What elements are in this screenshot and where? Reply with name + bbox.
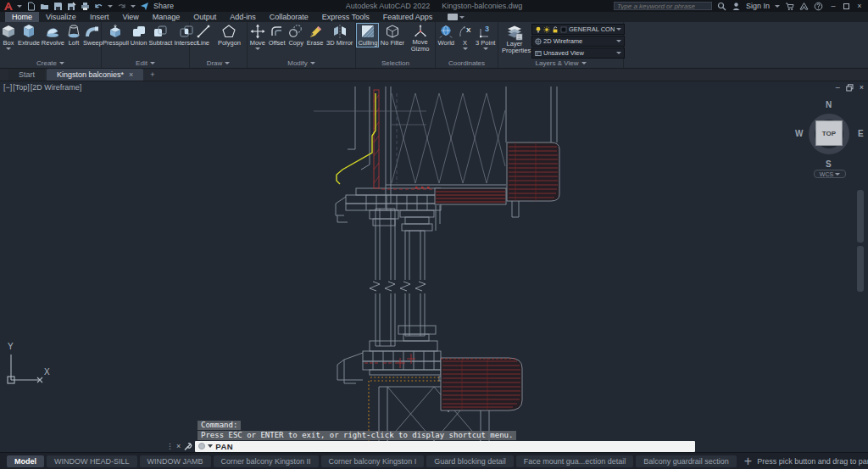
- app-store-cart-icon[interactable]: [785, 2, 794, 11]
- view-dropdown[interactable]: Unsaved View: [531, 47, 625, 59]
- panel-draw-label[interactable]: Draw: [190, 59, 247, 68]
- ribbon-display-toggle[interactable]: [448, 12, 465, 22]
- minimize-button[interactable]: –: [828, 2, 838, 10]
- navigation-bar-segment-2[interactable]: [857, 246, 864, 292]
- viewport-view-control[interactable]: [Top]: [13, 83, 30, 92]
- autocad-logo-icon[interactable]: [3, 2, 13, 11]
- extrude-button[interactable]: Extrude: [17, 24, 41, 47]
- view-dropdown-caret-icon[interactable]: [616, 52, 621, 54]
- move-button[interactable]: Move: [249, 24, 266, 50]
- panel-create-label[interactable]: Create: [0, 59, 101, 68]
- wcs-menu[interactable]: WCS: [814, 170, 846, 178]
- layer-properties-button[interactable]: Layer Properties: [501, 24, 528, 54]
- layout-tab-face-mount-guard-section-detail[interactable]: Face mount gua...ection detail: [516, 455, 634, 467]
- visual-style-caret-icon[interactable]: [616, 40, 621, 42]
- line-button[interactable]: Line: [195, 24, 212, 47]
- autodesk-account-icon[interactable]: [799, 2, 809, 11]
- ribbon-tab-manage[interactable]: Manage: [146, 12, 187, 22]
- qat-customize-caret-icon[interactable]: [131, 5, 136, 8]
- viewport-style-control[interactable]: [2D Wireframe]: [31, 83, 82, 92]
- layer-dropdown-caret-icon[interactable]: [616, 28, 621, 31]
- drawing-minimize-button[interactable]: –: [836, 83, 840, 92]
- new-file-icon[interactable]: [26, 2, 36, 11]
- no-filter-button[interactable]: No Filter: [380, 24, 405, 47]
- share-button[interactable]: Share: [153, 2, 174, 10]
- culling-button[interactable]: Culling: [357, 24, 378, 47]
- sign-in-caret-icon[interactable]: [775, 5, 780, 8]
- save-icon[interactable]: [53, 2, 63, 11]
- viewcube-north[interactable]: N: [826, 100, 832, 109]
- presspull-button[interactable]: Presspull: [102, 24, 130, 47]
- union-button[interactable]: Union: [130, 24, 148, 47]
- ribbon-tab-visualize[interactable]: Visualize: [39, 12, 83, 22]
- layer-unlock-icon[interactable]: [552, 26, 559, 33]
- drawing-area[interactable]: [−][Top][2D Wireframe] – ×: [0, 81, 868, 452]
- revolve-button[interactable]: Revolve: [41, 24, 65, 47]
- save-as-icon[interactable]: [67, 2, 76, 11]
- panel-modify-label[interactable]: Modify: [248, 59, 355, 68]
- maximize-button[interactable]: [843, 3, 849, 9]
- recent-commands-icon[interactable]: [198, 443, 205, 449]
- layer-freeze-sun-icon[interactable]: [543, 26, 550, 33]
- layout-tab-window-jamb[interactable]: WINDOW JAMB: [140, 455, 211, 467]
- move-gizmo-button[interactable]: Move Gizmo: [407, 24, 434, 53]
- ribbon-tab-addins[interactable]: Add-ins: [223, 12, 263, 22]
- ribbon-tab-featured-apps[interactable]: Featured Apps: [376, 12, 440, 22]
- loft-button[interactable]: Loft: [65, 24, 82, 47]
- ribbon-tab-output[interactable]: Output: [186, 12, 223, 22]
- command-bar-close-icon[interactable]: ×: [176, 442, 181, 450]
- sweep-button[interactable]: Sweep: [82, 24, 103, 47]
- search-icon[interactable]: [717, 2, 726, 11]
- logo-menu-caret-icon[interactable]: [17, 5, 22, 8]
- sign-in-button[interactable]: Sign In: [746, 2, 770, 10]
- layout-tab-window-head-sill[interactable]: WINDOW HEAD-SILL: [47, 455, 137, 467]
- panel-edit-label[interactable]: Edit: [102, 59, 189, 68]
- polygon-button[interactable]: Polygon: [217, 24, 242, 47]
- new-drawing-button[interactable]: +: [145, 69, 159, 81]
- undo-icon[interactable]: [94, 2, 103, 11]
- share-icon[interactable]: [140, 2, 149, 11]
- layout-tab-model[interactable]: Model: [7, 455, 44, 467]
- subtract-button[interactable]: Subtract: [147, 24, 173, 47]
- help-icon[interactable]: [814, 2, 823, 11]
- open-folder-icon[interactable]: [40, 2, 49, 11]
- world-ucs-button[interactable]: World: [437, 24, 455, 47]
- ribbon-tab-express-tools[interactable]: Express Tools: [315, 12, 376, 22]
- redo-icon[interactable]: [117, 2, 126, 11]
- offset-button[interactable]: Offset: [268, 24, 287, 47]
- plot-icon[interactable]: [81, 2, 90, 11]
- file-tab-start[interactable]: Start: [8, 69, 45, 81]
- viewcube-top-face[interactable]: TOP: [815, 120, 843, 146]
- new-layout-button[interactable]: +: [739, 455, 757, 467]
- panel-layers-view-label[interactable]: Layers & View: [498, 59, 623, 68]
- file-tab-kingston-balconies[interactable]: Kingston balconies*×: [47, 69, 143, 81]
- layout-tab-corner-balcony-kingston-ii[interactable]: Corner balcony Kingston II: [214, 455, 319, 467]
- viewcube-west[interactable]: W: [795, 129, 803, 138]
- layout-tab-guard-blocking-detail[interactable]: Guard blocking detail: [426, 455, 514, 467]
- viewport-menu-control[interactable]: [−]: [3, 83, 12, 92]
- ribbon-tab-home[interactable]: Home: [5, 12, 39, 22]
- ribbon-tab-insert[interactable]: Insert: [83, 12, 116, 22]
- command-options-caret-icon[interactable]: [208, 444, 213, 448]
- box-button[interactable]: Box: [0, 24, 17, 50]
- viewcube-east[interactable]: E: [858, 129, 864, 138]
- layer-on-bulb-icon[interactable]: [535, 26, 542, 33]
- drawing-close-button[interactable]: ×: [860, 83, 864, 92]
- file-tab-close-icon[interactable]: ×: [129, 70, 133, 79]
- visual-style-dropdown[interactable]: 2D Wireframe: [531, 36, 625, 47]
- layout-tab-balcony-guardrail-section[interactable]: Balcony guardrail section: [636, 455, 737, 467]
- three-point-button[interactable]: 3 3 Point: [475, 24, 496, 50]
- layer-dropdown[interactable]: GENERAL CONSTR: [531, 24, 625, 35]
- user-icon[interactable]: [732, 2, 741, 11]
- copy-button[interactable]: Copy: [287, 24, 304, 47]
- viewcube-south[interactable]: S: [826, 159, 832, 169]
- ribbon-tab-collaborate[interactable]: Collaborate: [263, 12, 315, 22]
- search-input[interactable]: [614, 2, 712, 10]
- command-customize-wrench-icon[interactable]: [183, 442, 192, 451]
- layout-tab-corner-balcony-kingston-i[interactable]: Corner balcony Kingston I: [321, 455, 425, 467]
- command-bar-grip-icon[interactable]: ⋮: [166, 443, 174, 450]
- undo-caret-icon[interactable]: [108, 5, 113, 8]
- mirror-3d-button[interactable]: 3D Mirror: [326, 24, 353, 47]
- ribbon-tab-view[interactable]: View: [115, 12, 145, 22]
- command-input[interactable]: PAN: [195, 441, 695, 452]
